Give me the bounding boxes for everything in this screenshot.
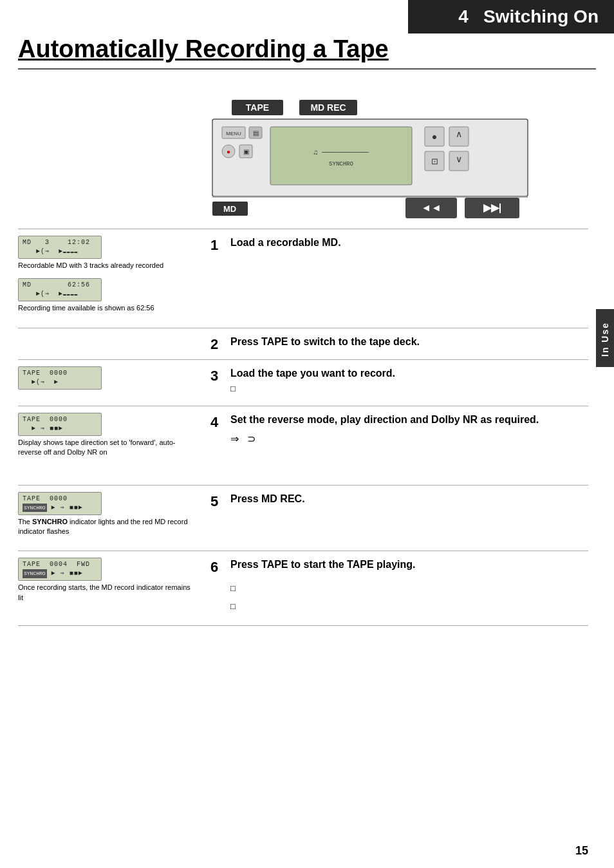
svg-text:TAPE: TAPE <box>246 102 269 113</box>
step-6-left: TAPE 0004 FWD SYNCHRO ► ⇒ ■■► Once recor… <box>18 558 198 610</box>
lcd-display-3: TAPE 0000 ►(⇒ ► <box>18 366 102 390</box>
display-block-4: TAPE 0000 ► ⇒ ■■► Display shows tape dir… <box>18 413 192 458</box>
page-title: Automatically Recording a Tape <box>18 35 596 70</box>
step-number-1: 1 <box>198 236 230 254</box>
device-diagram: TAPE MD REC MENU ▤ ● ▣ ♫ ─────────── SYN… <box>193 93 566 235</box>
step-instruction-5: Press MD REC. <box>230 492 588 506</box>
caption-1a: Recordable MD with 3 tracks already reco… <box>18 261 192 270</box>
svg-text:♫ ───────────: ♫ ─────────── <box>313 149 369 156</box>
step-instruction-6: Press TAPE to start the TAPE playing. □ … <box>230 558 588 612</box>
step-5: TAPE 0000 SYNCHRO ► ⇒ ■■► The SYNCHRO in… <box>18 485 588 551</box>
step-instruction-3: Load the tape you want to record. □ <box>230 366 588 395</box>
caption-6: Once recording starts, the MD record ind… <box>18 583 192 603</box>
page-number: 15 <box>575 844 588 858</box>
step-instruction-1: Load a recordable MD. <box>230 236 588 250</box>
device-svg: TAPE MD REC MENU ▤ ● ▣ ♫ ─────────── SYN… <box>193 93 554 229</box>
caption-5: The SYNCHRO indicator lights and the red… <box>18 517 192 537</box>
section-title: Switching On <box>483 6 599 26</box>
lcd-display-1a: MD 3 12:02 ►(⇒ ►▬▬▬▬ <box>18 236 102 259</box>
svg-text:⊡: ⊡ <box>431 156 438 166</box>
svg-text:MD REC: MD REC <box>310 102 346 113</box>
step-3-left: TAPE 0000 ►(⇒ ► <box>18 366 198 399</box>
lcd-display-5: TAPE 0000 SYNCHRO ► ⇒ ■■► <box>18 492 102 515</box>
step-4-left: TAPE 0000 ► ⇒ ■■► Display shows tape dir… <box>18 413 198 466</box>
step-1: MD 3 12:02 ►(⇒ ►▬▬▬▬ Recordable MD with … <box>18 229 588 328</box>
svg-text:∨: ∨ <box>456 154 462 164</box>
step-6-extra1: □ <box>230 583 588 594</box>
step-instruction-2: Press TAPE to switch to the tape deck. <box>230 335 588 349</box>
step-number-6: 6 <box>198 558 230 576</box>
section-number: 4 <box>458 6 469 26</box>
step-6-extra2: □ <box>230 601 588 612</box>
lcd-display-6: TAPE 0004 FWD SYNCHRO ► ⇒ ■■► <box>18 558 102 581</box>
display-block-6: TAPE 0004 FWD SYNCHRO ► ⇒ ■■► Once recor… <box>18 558 192 603</box>
step-4: TAPE 0000 ► ⇒ ■■► Display shows tape dir… <box>18 406 588 485</box>
step-number-2: 2 <box>198 335 230 353</box>
step-instruction-4: Set the reverse mode, play direction and… <box>230 413 588 447</box>
caption-1b: Recording time available is shown as 62:… <box>18 303 192 313</box>
svg-text:▤: ▤ <box>253 129 259 137</box>
step-1-left: MD 3 12:02 ►(⇒ ►▬▬▬▬ Recordable MD with … <box>18 236 198 321</box>
step-number-4: 4 <box>198 413 230 431</box>
lcd-display-1b: MD 62:56 ►(⇒ ►▬▬▬▬ <box>18 278 102 301</box>
display-block-1b: MD 62:56 ►(⇒ ►▬▬▬▬ Recording time availa… <box>18 278 192 313</box>
step-6: TAPE 0004 FWD SYNCHRO ► ⇒ ■■► Once recor… <box>18 551 588 619</box>
display-block-5: TAPE 0000 SYNCHRO ► ⇒ ■■► The SYNCHRO in… <box>18 492 192 537</box>
step-2: 2 Press TAPE to switch to the tape deck. <box>18 328 588 359</box>
svg-text:▣: ▣ <box>243 148 249 155</box>
steps-container: MD 3 12:02 ►(⇒ ►▬▬▬▬ Recordable MD with … <box>18 229 588 626</box>
step-3-extra: □ <box>230 383 588 395</box>
svg-text:▶▶|: ▶▶| <box>483 202 501 213</box>
step-5-left: TAPE 0000 SYNCHRO ► ⇒ ■■► The SYNCHRO in… <box>18 492 198 545</box>
svg-rect-24 <box>212 196 528 198</box>
step-number-5: 5 <box>198 492 230 510</box>
step-3: TAPE 0000 ►(⇒ ► 3 Load the tape you want… <box>18 359 588 406</box>
svg-text:◄◄: ◄◄ <box>421 202 442 213</box>
step-4-symbols: ⇒ ⊃ <box>230 432 588 446</box>
svg-text:●: ● <box>432 131 437 142</box>
svg-text:MENU: MENU <box>226 131 241 137</box>
svg-text:MD: MD <box>223 204 236 214</box>
svg-text:●: ● <box>227 148 230 155</box>
svg-text:SYNCHRO: SYNCHRO <box>329 161 353 167</box>
section-header: 4 Switching On <box>408 0 614 33</box>
side-tab: In Use <box>596 309 614 367</box>
svg-text:∧: ∧ <box>456 129 462 139</box>
bottom-divider <box>18 625 588 626</box>
lcd-display-4: TAPE 0000 ► ⇒ ■■► <box>18 413 102 436</box>
display-block-3: TAPE 0000 ►(⇒ ► <box>18 366 192 392</box>
display-block-1: MD 3 12:02 ►(⇒ ►▬▬▬▬ Recordable MD with … <box>18 236 192 270</box>
step-number-3: 3 <box>198 366 230 384</box>
caption-4: Display shows tape direction set to 'for… <box>18 438 192 458</box>
